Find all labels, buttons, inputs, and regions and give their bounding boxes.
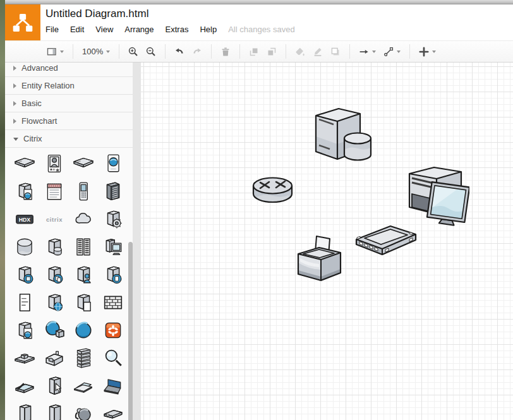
zoom-level-value: 100% [82, 47, 103, 56]
palette-shape-home-gateway[interactable] [40, 347, 69, 369]
toolbar-insert-button[interactable] [419, 47, 436, 57]
palette-shape-cloud[interactable] [69, 208, 99, 230]
palette-shape-server-tower[interactable] [10, 403, 40, 420]
palette-shape-hdx-badge[interactable]: HDX [10, 208, 40, 230]
palette-shape-laptop-open[interactable] [69, 375, 99, 397]
palette-shape-server-gear[interactable] [99, 208, 128, 230]
palette-shape-layered-stack[interactable] [69, 347, 99, 369]
collapse-arrow-icon [13, 138, 18, 141]
main-area: AdvancedEntity RelationBasicFlowchartCit… [5, 63, 513, 420]
palette-shape-magnifier[interactable] [99, 347, 128, 369]
toolbar-page-view-button[interactable] [47, 47, 64, 57]
document-title[interactable]: Untitled Diagram.html [45, 8, 295, 20]
palette-shape-document[interactable] [10, 292, 40, 313]
palette-shape-mobile-phone[interactable] [69, 181, 99, 202]
canvas-shape-tower-server-database[interactable] [313, 100, 373, 165]
palette-shape-server-document[interactable] [69, 292, 99, 313]
sidebar-scrollbar-thumb[interactable] [128, 242, 133, 420]
canvas-shape-router[interactable] [251, 176, 294, 207]
toolbar-zoom-out-button[interactable] [146, 47, 156, 57]
toolbar-connection-arrow-button[interactable] [359, 47, 376, 57]
dropdown-caret-icon [432, 51, 436, 53]
sidebar-resize-gutter [133, 63, 141, 420]
palette-shape-server-file-disc[interactable] [99, 264, 128, 285]
dropdown-caret-icon [106, 51, 110, 53]
palette-shape-license-server[interactable] [99, 320, 128, 341]
zoom-in-icon [128, 47, 138, 57]
sidebar-section-entity-relation[interactable]: Entity Relation [5, 77, 133, 95]
palette-shape-pen-tablet[interactable] [10, 375, 40, 397]
palette-shape-database-cylinder[interactable] [10, 236, 40, 258]
canvas-shape-desktop-pc[interactable] [405, 163, 469, 229]
redo-icon [192, 47, 202, 57]
canvas-shape-printer[interactable] [294, 234, 344, 287]
save-status: All changes saved [228, 25, 295, 34]
toolbar-connector-style-button[interactable] [383, 47, 401, 57]
palette-shape-globe-package[interactable] [40, 320, 69, 341]
palette-shape-globe[interactable] [69, 320, 99, 341]
palette-shape-server-database[interactable] [40, 236, 69, 258]
palette-shape-server-tower-2[interactable] [40, 403, 69, 420]
palette-shape-firewall[interactable] [99, 292, 128, 313]
menu-view[interactable]: View [95, 25, 113, 34]
palette-shape-wire-manager[interactable] [10, 153, 40, 174]
toolbar-separator [239, 44, 240, 59]
menu-extras[interactable]: Extras [166, 25, 189, 34]
palette-shape-server-document-globe[interactable] [10, 181, 40, 202]
svg-text:citrix: citrix [46, 216, 63, 223]
toolbar: 100% [5, 40, 513, 63]
toolbar-fill-color-button [295, 47, 305, 57]
palette-shape-appliance[interactable] [69, 153, 99, 174]
toolbar-to-front-button [249, 47, 259, 57]
toolbar-separator [73, 44, 73, 59]
menu-edit[interactable]: Edit [70, 25, 84, 34]
section-label: Advanced [21, 63, 58, 73]
line-color-icon [313, 47, 323, 57]
sidebar-section-flowchart[interactable]: Flowchart [5, 112, 133, 130]
palette-shape-citrix-logo[interactable]: citrix [40, 208, 69, 230]
sidebar-section-advanced[interactable]: Advanced [5, 63, 133, 77]
palette-shape-desktop-monitor[interactable] [99, 236, 128, 258]
connection-arrow-icon [359, 47, 369, 57]
app-header: Untitled Diagram.html FileEditViewArrang… [5, 4, 513, 40]
palette-shape-server-cursor[interactable] [40, 375, 69, 397]
toolbar-shadow-button [330, 47, 341, 57]
menu-arrange[interactable]: Arrange [124, 25, 154, 34]
dropdown-caret-icon [372, 51, 376, 53]
section-label: Citrix [23, 134, 42, 143]
palette-shape-rack-server-dark[interactable] [99, 181, 128, 202]
palette-shape-site-platform[interactable] [10, 347, 40, 369]
sidebar-section-basic[interactable]: Basic [5, 95, 133, 112]
drawio-app-window: Untitled Diagram.html FileEditViewArrang… [5, 4, 513, 420]
toolbar-separator [119, 44, 119, 59]
desktop-background-strip [0, 0, 5, 420]
palette-shape-user-globe[interactable] [69, 403, 99, 420]
expand-arrow-icon [13, 101, 16, 106]
palette-shape-server-blue-disc[interactable] [10, 264, 40, 285]
palette-shape-flat-drive[interactable] [99, 403, 128, 420]
palette-shape-server-globe-search[interactable] [40, 292, 69, 313]
palette-shape-server-copy-badge[interactable] [40, 264, 69, 285]
dropdown-caret-icon [397, 51, 401, 53]
zoom-out-icon [146, 47, 156, 57]
toolbar-undo-button[interactable] [174, 47, 184, 57]
palette-shape-server-document-globe-2[interactable] [10, 320, 40, 341]
toolbar-line-color-button [313, 47, 323, 57]
toolbar-zoom-level-button[interactable]: 100% [82, 47, 110, 56]
toolbar-zoom-in-button[interactable] [128, 47, 138, 57]
palette-shape-server-user[interactable] [69, 264, 99, 285]
menu-file[interactable]: File [45, 25, 59, 34]
to-front-icon [249, 47, 259, 57]
menu-help[interactable]: Help [200, 25, 217, 34]
canvas-shape-network-switch[interactable] [354, 222, 418, 258]
palette-shape-tablet-globe[interactable] [99, 153, 128, 174]
sidebar-section-citrix[interactable]: Citrix [5, 130, 133, 148]
palette-shape-calendar[interactable] [40, 181, 69, 202]
section-label: Flowchart [21, 116, 57, 126]
palette-shape-rack-front[interactable] [69, 236, 99, 258]
diagram-canvas[interactable] [141, 63, 513, 420]
dropdown-caret-icon [60, 51, 64, 53]
citrix-shape-palette: HDXcitrix [5, 148, 133, 420]
palette-shape-laptop-dark[interactable] [99, 375, 128, 397]
palette-shape-user-id-card[interactable] [40, 153, 69, 174]
